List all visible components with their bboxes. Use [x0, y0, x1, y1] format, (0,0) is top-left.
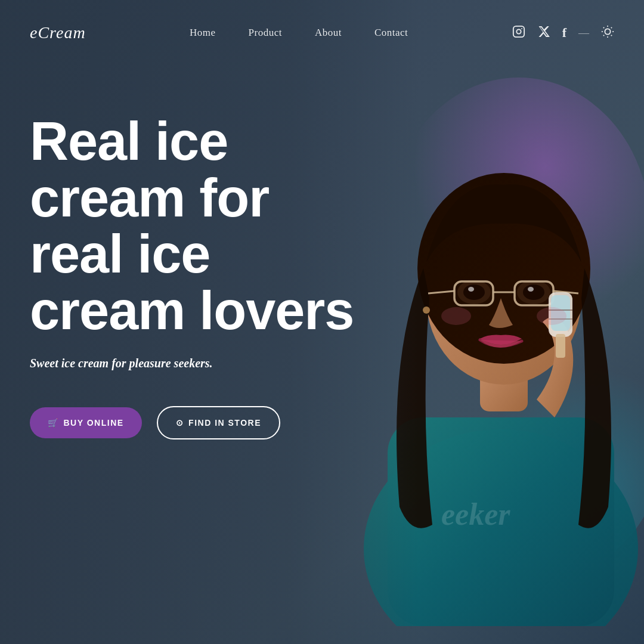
- svg-point-28: [516, 29, 521, 33]
- svg-line-34: [611, 35, 612, 35]
- svg-text:eeker: eeker: [441, 497, 510, 531]
- buy-online-label: BUY ONLINE: [64, 418, 124, 428]
- svg-point-26: [537, 307, 566, 325]
- hero-buttons: 🛒 BUY ONLINE ⊙ FIND IN STORE: [30, 406, 376, 439]
- svg-line-33: [603, 27, 604, 27]
- hero-title-line2: cream lovers: [30, 281, 354, 340]
- find-in-store-button[interactable]: ⊙ FIND IN STORE: [157, 406, 280, 439]
- svg-point-9: [463, 284, 485, 300]
- hero-subtitle: Sweet ice cream for pleasure seekers.: [30, 357, 376, 370]
- twitter-icon[interactable]: [537, 25, 550, 41]
- cart-icon: 🛒: [48, 418, 59, 428]
- nav-link-about[interactable]: About: [315, 27, 342, 38]
- location-icon: ⊙: [176, 418, 184, 428]
- svg-line-37: [603, 35, 604, 35]
- nav-item-home[interactable]: Home: [190, 27, 216, 39]
- hero-title-line1: Real ice cream for real ice: [30, 112, 269, 284]
- svg-rect-23: [556, 334, 565, 358]
- svg-point-10: [468, 287, 474, 292]
- svg-point-30: [605, 29, 610, 34]
- hero-content: Real ice cream for real ice cream lovers…: [0, 66, 405, 439]
- svg-point-12: [523, 284, 544, 300]
- page-wrapper: eeker: [0, 0, 644, 644]
- facebook-icon[interactable]: f: [562, 25, 566, 41]
- navbar: eCream Home Product About Contact: [0, 0, 644, 66]
- nav-link-home[interactable]: Home: [190, 27, 216, 38]
- nav-links: Home Product About Contact: [190, 27, 408, 39]
- nav-item-about[interactable]: About: [315, 27, 342, 39]
- theme-toggle-icon[interactable]: [601, 25, 614, 41]
- nav-item-contact[interactable]: Contact: [374, 27, 408, 39]
- brand-logo[interactable]: eCream: [30, 23, 86, 42]
- svg-point-24: [423, 306, 430, 314]
- find-in-store-label: FIND IN STORE: [188, 418, 261, 428]
- nav-link-product[interactable]: Product: [249, 27, 282, 38]
- nav-divider: —: [578, 27, 589, 39]
- svg-point-13: [528, 287, 534, 292]
- instagram-icon[interactable]: [512, 25, 525, 41]
- svg-rect-27: [513, 26, 524, 36]
- nav-item-product[interactable]: Product: [249, 27, 282, 39]
- svg-point-25: [441, 307, 471, 325]
- svg-point-29: [521, 28, 522, 29]
- svg-line-38: [611, 27, 612, 27]
- nav-link-contact[interactable]: Contact: [374, 27, 408, 38]
- buy-online-button[interactable]: 🛒 BUY ONLINE: [30, 407, 142, 438]
- nav-icons: f —: [512, 25, 614, 41]
- hero-title: Real ice cream for real ice cream lovers: [30, 113, 376, 339]
